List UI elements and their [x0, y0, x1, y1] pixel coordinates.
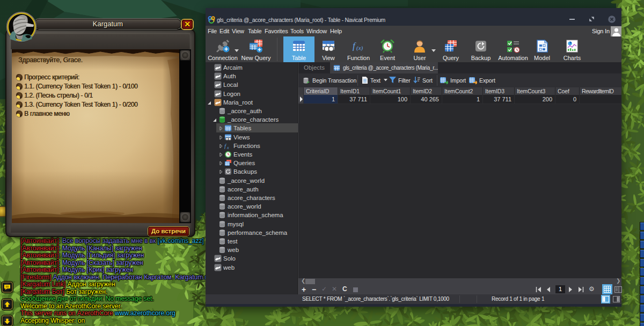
svg-text:x: x — [226, 145, 229, 150]
svg-text:f: f — [353, 41, 356, 51]
svg-text:(x): (x) — [356, 45, 363, 51]
